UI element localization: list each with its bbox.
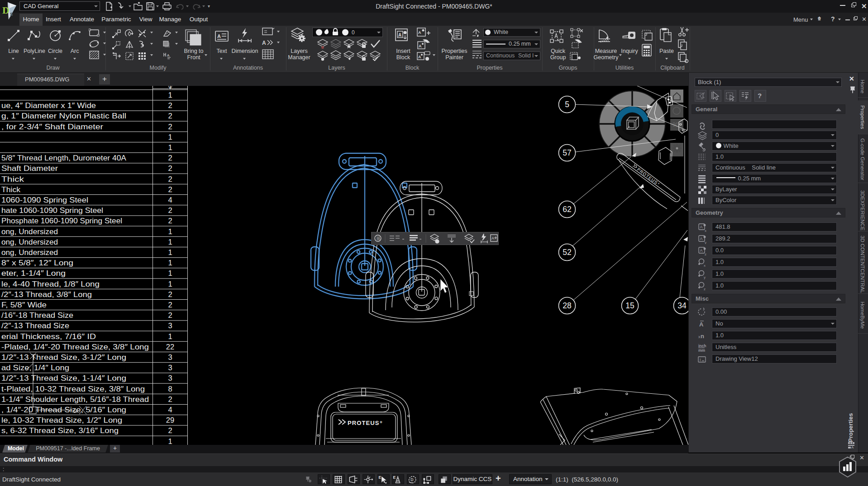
svg-text:3: 3 <box>168 374 172 382</box>
svg-text:I: I <box>700 358 701 362</box>
svg-text:2: 2 <box>168 311 172 319</box>
svg-text:1: 1 <box>168 133 172 141</box>
svg-text:15: 15 <box>625 301 634 310</box>
svg-text:28: 28 <box>563 301 571 310</box>
svg-text:34: 34 <box>677 301 687 310</box>
svg-text:1: 1 <box>168 259 172 267</box>
svg-text:0: 0 <box>352 29 355 36</box>
svg-text:☰: ☰ <box>377 236 381 241</box>
svg-text:1/2″-13 Thread Size, 3-1/2″ Lo: 1/2″-13 Thread Size, 3-1/2″ Long <box>1 353 126 361</box>
svg-text:, 1/4″-20 Thread Size, 5/16″ L: , 1/4″-20 Thread Size, 5/16″ Long <box>1 406 126 414</box>
svg-text:5: 5 <box>565 100 569 109</box>
svg-text:/2″-13 Thread, 3/8″ Long: /2″-13 Thread, 3/8″ Long <box>1 290 92 298</box>
svg-text:3: 3 <box>168 353 172 361</box>
svg-text:n: n <box>701 333 704 340</box>
svg-text:A: A <box>491 236 494 241</box>
svg-text:1: 1 <box>168 248 172 256</box>
svg-text:ong, Undersized: ong, Undersized <box>1 248 58 256</box>
svg-text:A: A <box>700 225 703 229</box>
svg-text:2: 2 <box>168 123 172 131</box>
svg-text:A: A <box>167 53 170 57</box>
svg-text:E: E <box>379 475 382 480</box>
svg-text:2: 2 <box>168 301 172 309</box>
svg-text:57: 57 <box>563 148 571 157</box>
svg-text:F, 5/8″ Wide: F, 5/8″ Wide <box>1 301 47 309</box>
svg-text:ong, Undersized: ong, Undersized <box>1 238 58 246</box>
svg-text:g, 1″ Diameter Nylon Plastic B: g, 1″ Diameter Nylon Plastic Ball <box>1 112 126 120</box>
svg-text:2: 2 <box>168 164 172 172</box>
svg-text:Shaft Diameter: Shaft Diameter <box>1 164 58 172</box>
svg-text:2: 2 <box>168 426 172 434</box>
svg-text:1060-1090 Spring Steel: 1060-1090 Spring Steel <box>1 196 88 204</box>
svg-text:1: 1 <box>168 269 172 277</box>
svg-text:3: 3 <box>168 321 172 330</box>
svg-text:D: D <box>410 477 413 482</box>
svg-text:ad Size, 1/4″ Long: ad Size, 1/4″ Long <box>1 363 69 372</box>
svg-text:1: 1 <box>168 437 172 445</box>
svg-text:t-Plated, 10-32 Thread Size, 3: t-Plated, 10-32 Thread Size, 3/8″ Long <box>1 385 145 393</box>
svg-text:A: A <box>418 30 421 35</box>
svg-text:E: E <box>393 475 396 480</box>
svg-text:2: 2 <box>168 290 172 298</box>
svg-text:1/2″-13 Thread Size, 1-1/4″ Lo: 1/2″-13 Thread Size, 1-1/4″ Long <box>1 374 126 382</box>
svg-text:1: 1 <box>168 332 172 340</box>
svg-text:1: 1 <box>168 91 172 99</box>
svg-text:le, 10-32 Thread Size, 1/2″ Lo: le, 10-32 Thread Size, 1/2″ Long <box>1 416 122 424</box>
svg-text:Thick: Thick <box>1 185 21 193</box>
svg-text:A: A <box>699 321 704 328</box>
svg-text:y: y <box>704 275 706 279</box>
svg-text:2: 2 <box>168 217 172 225</box>
svg-text:29: 29 <box>166 416 174 424</box>
svg-text:/16″-18 Thread Size: /16″-18 Thread Size <box>1 311 73 319</box>
svg-text:1: 1 <box>168 238 172 246</box>
svg-text:A: A <box>419 44 422 48</box>
svg-text:x: x <box>705 229 706 232</box>
svg-text:A: A <box>700 236 703 241</box>
svg-text:?: ? <box>758 92 762 99</box>
svg-text:A: A <box>217 33 221 39</box>
svg-text:ong, Undersized: ong, Undersized <box>1 227 58 236</box>
svg-text:x: x <box>704 264 706 268</box>
svg-text:s, 6-32 Thread Size, 3/16″ Lon: s, 6-32 Thread Size, 3/16″ Long <box>1 426 119 434</box>
svg-text:1: 1 <box>168 143 172 151</box>
svg-text:2: 2 <box>168 185 172 193</box>
svg-text:8: 8 <box>168 385 172 393</box>
svg-text:/2″-13 Thread Size: /2″-13 Thread Size <box>1 321 69 330</box>
svg-text:erial Thickness, 7/16″ ID: erial Thickness, 7/16″ ID <box>1 332 96 340</box>
svg-text:2: 2 <box>168 154 172 162</box>
svg-text:62: 62 <box>563 205 571 214</box>
svg-text:z: z <box>704 287 706 291</box>
svg-text:2: 2 <box>168 206 172 214</box>
svg-text:, for 2-3/4″ Shaft Diameter: , for 2-3/4″ Shaft Diameter <box>1 123 104 131</box>
svg-text:52: 52 <box>563 248 571 257</box>
svg-text:4: 4 <box>168 196 172 204</box>
svg-text:1-1/4″ Shoulder Length, 5/16″-: 1-1/4″ Shoulder Length, 5/16″-18 Thread <box>1 395 149 403</box>
svg-text:A: A <box>851 445 854 449</box>
svg-text:A: A <box>398 33 401 38</box>
svg-text:s: s <box>10 11 13 17</box>
svg-text:Thick: Thick <box>1 175 24 183</box>
svg-text:5/8″ Thread Length, Durometer: 5/8″ Thread Length, Durometer 40A <box>1 154 126 162</box>
svg-text:hate 1060-1090 Spring Steel: hate 1060-1090 Spring Steel <box>1 206 103 214</box>
svg-text:ue, 4″ Diameter x 1″ Wide: ue, 4″ Diameter x 1″ Wide <box>1 101 96 109</box>
svg-text:z: z <box>705 252 706 256</box>
svg-text:y: y <box>705 241 706 244</box>
svg-text:Phosphate 1060-1090 Spring Ste: Phosphate 1060-1090 Spring Steel <box>1 217 122 225</box>
svg-text:2: 2 <box>168 112 172 120</box>
svg-text:le, 4-40 Thread, 1/8″ Long: le, 4-40 Thread, 1/8″ Long <box>1 280 100 288</box>
svg-text:-Plated, 1/4″-20 Thread Size,: -Plated, 1/4″-20 Thread Size, 3/8″ Long <box>1 343 149 351</box>
svg-text:3: 3 <box>168 363 172 372</box>
svg-text:1: 1 <box>168 280 172 288</box>
svg-text:PROTEUS⁺: PROTEUS⁺ <box>348 420 383 426</box>
svg-text:inch: inch <box>698 344 706 348</box>
svg-text:8″ x 5/8″, 12″ Long: 8″ x 5/8″, 12″ Long <box>1 259 73 267</box>
svg-text:A: A <box>418 55 421 59</box>
svg-text:1: 1 <box>168 227 172 236</box>
svg-text:2: 2 <box>168 175 172 183</box>
svg-text:2: 2 <box>168 101 172 109</box>
svg-text:eter, 1-1/4″ Long: eter, 1-1/4″ Long <box>1 269 66 277</box>
svg-text:22: 22 <box>166 343 174 351</box>
svg-text:mm: mm <box>698 348 706 353</box>
svg-text:A: A <box>262 40 266 46</box>
svg-text:4: 4 <box>168 406 172 414</box>
